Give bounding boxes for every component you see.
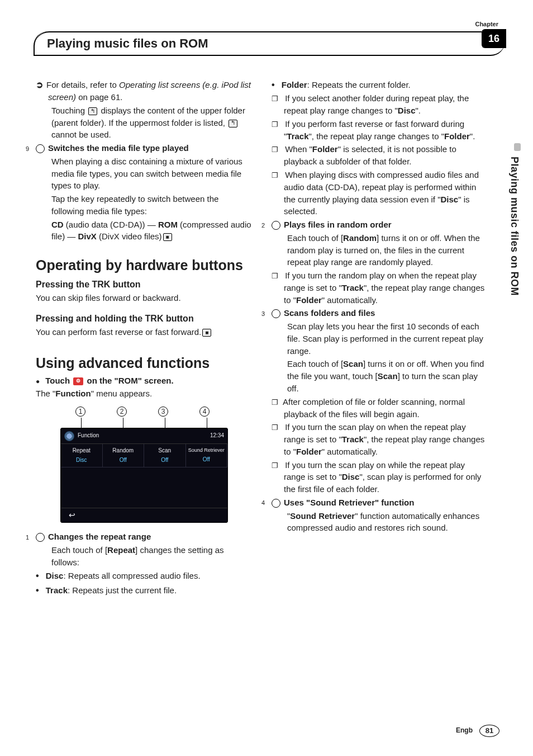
back-button[interactable]: ↩: [61, 508, 227, 522]
text: " automatically.: [322, 295, 378, 305]
item-1-heading: 1Changes the repeat range: [36, 531, 251, 543]
heading-advanced-functions: Using advanced functions: [36, 355, 251, 371]
text: (DivX video files): [97, 231, 162, 241]
text: Random: [343, 233, 377, 243]
text: ROM: [158, 220, 178, 229]
text: on the "ROM" screen.: [84, 376, 173, 385]
text: : Repeats just the current file.: [68, 585, 177, 595]
item-9-body-1: When playing a disc containing a mixture…: [36, 155, 251, 192]
label: Scan: [145, 447, 184, 455]
text: Disc: [342, 472, 360, 481]
heading-press-trk: Pressing the TRK button: [36, 278, 251, 291]
value: Off: [145, 456, 184, 465]
text: Track: [342, 283, 364, 292]
text: For details, refer to: [46, 80, 119, 89]
text: : Repeats all compressed audio files.: [63, 571, 200, 580]
item-2-body: Each touch of [Random] turns it on or of…: [272, 232, 487, 268]
screenshot-title: Function: [78, 432, 99, 440]
text: Folder: [296, 295, 322, 305]
item-3-note-2: If you turn the scan play on when the re…: [272, 421, 487, 457]
callout-1-icon: 1: [75, 407, 85, 417]
text: Disc: [440, 195, 458, 204]
value: Disc: [62, 456, 101, 465]
text: Touching: [51, 106, 87, 115]
item-9-body-3: CD (audio data (CD-DA)) — ROM (compresse…: [36, 219, 251, 243]
page-title-frame: Playing music files on ROM: [34, 31, 505, 56]
text: If you select another folder during repe…: [284, 93, 469, 115]
item-3-heading: 3Scans folders and files: [272, 307, 487, 319]
circled-1-icon: 1: [36, 533, 45, 542]
item-3-body-2: Each touch of [Scan] turns it on or off.…: [272, 358, 487, 394]
function-menu-icon: ⚙: [73, 377, 83, 385]
text: Sound Retriever: [290, 511, 355, 521]
hold-trk-body: You can perform fast reverse or fast for…: [36, 326, 251, 338]
section-end-icon: ■: [202, 329, 211, 337]
value: Off: [187, 456, 226, 464]
page-footer: Engb 81: [456, 725, 499, 737]
side-marker: [514, 143, 521, 151]
item-9-heading: 9Switches the media file type played: [36, 142, 251, 154]
label: Random: [104, 447, 143, 455]
text: When ": [285, 144, 312, 154]
repeat-cell[interactable]: Repeat Disc: [61, 444, 103, 467]
screenshot-header: Function 12:34: [61, 428, 227, 444]
text: Folder: [444, 131, 470, 141]
left-column: For details, refer to Operating list scr…: [36, 78, 251, 598]
gear-icon: [64, 431, 74, 441]
text: Track: [342, 434, 364, 444]
text: ".: [415, 106, 421, 115]
heading: Changes the repeat range: [48, 532, 151, 541]
random-cell[interactable]: Random Off: [103, 444, 145, 467]
callout-2-icon: 2: [117, 407, 127, 417]
reference-arrow-icon: [36, 80, 46, 89]
circled-4-icon: 4: [272, 499, 280, 508]
heading: Scans folders and files: [284, 308, 375, 318]
item-4-heading: 4Uses "Sound Retriever" function: [272, 497, 487, 509]
item-3-note-3: If you turn the scan play on while the r…: [272, 459, 487, 495]
chapter-label: Chapter: [475, 20, 498, 29]
text: Track: [287, 131, 308, 141]
label: Repeat: [62, 447, 101, 455]
sound-retriever-cell[interactable]: Sound Retriever Off: [186, 444, 228, 467]
callout-4-icon: 4: [199, 407, 210, 417]
text: Disc: [46, 571, 64, 580]
heading: Plays files in random order: [284, 220, 392, 229]
right-column: Folder: Repeats the current folder. If y…: [272, 78, 487, 598]
note-cdda: When playing discs with compressed audio…: [272, 169, 487, 218]
text: CD: [51, 220, 64, 229]
item-9-body-2: Tap the key repeatedly to switch between…: [36, 193, 251, 218]
page-title: Playing music files on ROM: [47, 35, 208, 53]
press-trk-body: You can skip files forward or backward.: [36, 292, 251, 304]
footer-lang: Engb: [456, 726, 473, 735]
text: Disc: [398, 106, 416, 115]
action-bullet-icon: [36, 376, 45, 385]
text: DivX: [78, 231, 97, 241]
scan-cell[interactable]: Scan Off: [144, 444, 186, 467]
callout-lines: [60, 418, 228, 428]
touching-upper-folder: Touching ↰ displays the content of the u…: [36, 105, 251, 141]
item-1-track: Track: Repeats just the current file.: [36, 584, 251, 597]
up-folder-icon: ↰: [88, 107, 97, 115]
text: You can perform fast reverse or fast for…: [36, 327, 201, 337]
page-number: 81: [479, 725, 499, 737]
label: Sound Retriever: [187, 447, 226, 454]
heading: Uses "Sound Retriever" function: [284, 498, 414, 507]
text: (audio data (CD-DA)) —: [64, 220, 158, 229]
text: : Repeats the current folder.: [307, 80, 411, 89]
circled-9-icon: 9: [36, 144, 45, 153]
item-3-note-1: After completion of file or folder scann…: [272, 396, 487, 420]
item-1-folder: Folder: Repeats the current folder.: [272, 78, 487, 91]
callout-3-icon: 3: [158, 407, 168, 417]
callout-row: 1 2 3 4: [60, 407, 228, 418]
text: Scan: [343, 359, 363, 368]
text: Each touch of [: [287, 359, 343, 368]
screenshot-clock: 12:34: [210, 432, 224, 440]
note-fast-rev: If you perform fast reverse or fast forw…: [272, 118, 487, 143]
ref-operating-list: For details, refer to Operating list scr…: [36, 78, 251, 103]
text: Each touch of [: [287, 233, 343, 243]
section-end-icon: ■: [163, 233, 172, 241]
text: " menu appears.: [91, 389, 153, 398]
item-4-body: "Sound Retriever" function automatically…: [272, 510, 487, 535]
text: Folder: [296, 447, 322, 456]
text: cannot be used.: [51, 130, 111, 139]
